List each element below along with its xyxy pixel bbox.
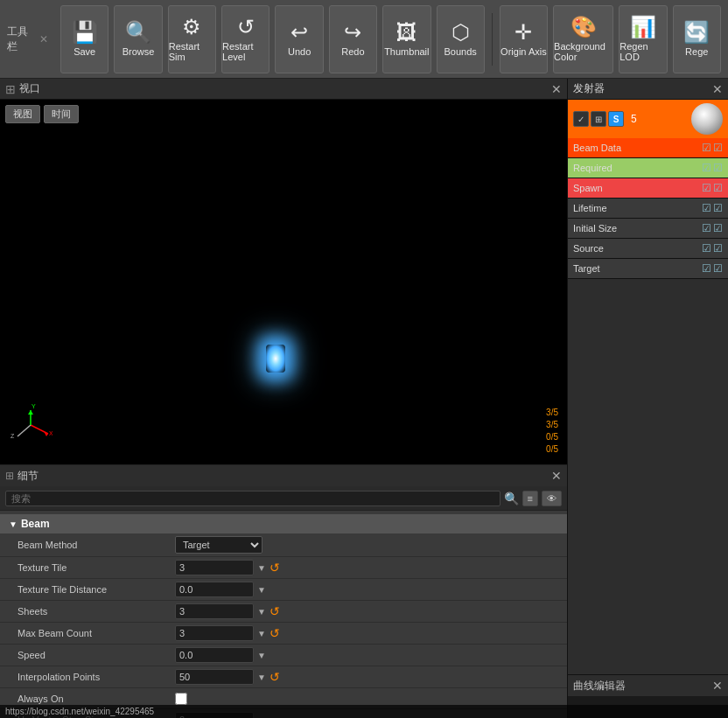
origin-axis-icon: ✛ <box>514 22 532 43</box>
module-initial-size-check1[interactable]: ☑ <box>702 222 711 234</box>
interpolation-points-input[interactable] <box>175 669 254 685</box>
regen-lod-button[interactable]: 📊 Regen LOD <box>619 5 667 73</box>
max-beam-count-arrow-icon: ▼ <box>257 629 266 638</box>
browse-icon: 🔍 <box>125 22 151 43</box>
toolbar-title: 工具栏 <box>7 24 34 54</box>
interpolation-points-reset-button[interactable]: ↺ <box>270 670 280 684</box>
svg-text:Y: Y <box>32 403 36 409</box>
rege-label: Rege <box>685 46 708 57</box>
restart-sim-label: Restart Sim <box>169 41 215 62</box>
curve-editor-close-button[interactable]: ✕ <box>712 679 723 693</box>
browse-button[interactable]: 🔍 Browse <box>114 5 162 73</box>
coord-info: 3/5 3/5 0/5 0/5 <box>546 407 558 456</box>
viewport-title-left: ⊞ 视口 <box>5 81 40 96</box>
module-source-check2[interactable]: ☑ <box>713 242 723 254</box>
module-beam-data-check1[interactable]: ☑ <box>702 142 711 154</box>
undo-button[interactable]: ↩ Undo <box>275 5 323 73</box>
toolbar-close[interactable]: ✕ <box>39 33 48 45</box>
sheets-input[interactable] <box>175 603 254 619</box>
main-area: ⊞ 视口 ✕ 视图 时间 X Y <box>0 79 728 718</box>
max-beam-count-input[interactable] <box>175 625 254 641</box>
view-button[interactable]: 视图 <box>5 105 40 123</box>
left-panel: ⊞ 视口 ✕ 视图 时间 X Y <box>0 79 567 718</box>
beam-section-header[interactable]: ▼ Beam <box>0 514 567 533</box>
rege-button[interactable]: 🔄 Rege <box>673 5 721 73</box>
restart-level-label: Restart Level <box>222 41 269 62</box>
module-required-check1[interactable]: ☑ <box>702 162 711 174</box>
undo-icon: ↩ <box>290 22 308 43</box>
svg-marker-4 <box>28 410 33 415</box>
sheets-reset-button[interactable]: ↺ <box>270 604 280 618</box>
emitter-grid-button[interactable]: ⊞ <box>591 111 606 127</box>
module-lifetime-row[interactable]: Lifetime ☑ ☑ <box>568 199 728 219</box>
module-required-check2[interactable]: ☑ <box>713 162 723 174</box>
module-target-row[interactable]: Target ☑ ☑ <box>568 259 728 279</box>
emitter-checkbox-button[interactable]: ✓ <box>573 111 589 127</box>
emitter-solo-button[interactable]: S <box>608 111 624 127</box>
thumbnail-label: Thumbnail <box>384 46 429 57</box>
module-source-label: Source <box>573 243 604 254</box>
texture-tile-reset-button[interactable]: ↺ <box>270 561 280 575</box>
interpolation-points-arrow-icon: ▼ <box>257 673 266 682</box>
restart-sim-button[interactable]: ⚙ Restart Sim <box>168 5 216 73</box>
max-beam-count-row: Max Beam Count ▼ ↺ <box>0 623 567 645</box>
beam-method-select[interactable]: Target Direct Branch <box>175 536 262 554</box>
texture-tile-arrow-icon: ▼ <box>257 563 266 573</box>
module-target-check1[interactable]: ☑ <box>702 262 711 275</box>
module-initial-size-row[interactable]: Initial Size ☑ ☑ <box>568 219 728 239</box>
viewport-close-button[interactable]: ✕ <box>551 82 562 96</box>
regen-lod-icon: 📊 <box>630 17 656 38</box>
viewport-title: 视口 <box>19 81 40 96</box>
bounds-button[interactable]: ⬡ Bounds <box>437 5 485 73</box>
details-panel: ⊞ 细节 ✕ 🔍 ≡ 👁 ▼ Beam Beam Method <box>0 464 567 718</box>
details-close-button[interactable]: ✕ <box>551 469 562 483</box>
module-spawn-check2[interactable]: ☑ <box>713 182 723 194</box>
viewport[interactable]: 视图 时间 X Y Z 3/5 3/5 0 <box>0 100 567 464</box>
sheets-value: ▼ ↺ <box>175 603 558 619</box>
always-on-value <box>175 693 558 705</box>
bounds-label: Bounds <box>444 46 477 57</box>
save-button[interactable]: 💾 Save <box>60 5 108 73</box>
viewport-container: ⊞ 视口 ✕ 视图 时间 X Y <box>0 79 567 464</box>
thumbnail-button[interactable]: 🖼 Thumbnail <box>382 5 430 73</box>
texture-tile-input[interactable] <box>175 560 254 575</box>
list-view-button[interactable]: ≡ <box>522 491 538 506</box>
filter-button[interactable]: 👁 <box>542 491 562 506</box>
speed-arrow-icon: ▼ <box>257 651 266 660</box>
toolbar: 工具栏 ✕ 💾 Save 🔍 Browse ⚙ Restart Sim ↺ Re… <box>0 0 728 79</box>
coord-3: 0/5 <box>546 431 558 443</box>
module-spawn-check1[interactable]: ☑ <box>702 182 711 194</box>
module-source-check1[interactable]: ☑ <box>702 242 711 254</box>
properties-area: ▼ Beam Beam Method Target Direct Branch <box>0 511 567 718</box>
always-on-checkbox[interactable] <box>175 693 187 705</box>
emitter-close-button[interactable]: ✕ <box>712 82 723 96</box>
background-color-button[interactable]: 🎨 Background Color <box>553 5 613 73</box>
save-label: Save <box>74 46 95 57</box>
module-target-check2[interactable]: ☑ <box>713 262 723 275</box>
search-bar: 🔍 ≡ 👁 <box>0 486 567 511</box>
module-required-row[interactable]: Required ☑ ☑ <box>568 158 728 178</box>
svg-text:Z: Z <box>10 433 15 439</box>
module-initial-size-label: Initial Size <box>573 223 617 234</box>
module-beam-data-check2[interactable]: ☑ <box>713 142 723 154</box>
module-lifetime-check1[interactable]: ☑ <box>702 202 711 214</box>
redo-button[interactable]: ↪ Redo <box>329 5 377 73</box>
module-spawn-row[interactable]: Spawn ☑ ☑ <box>568 178 728 199</box>
module-lifetime-check2[interactable]: ☑ <box>713 202 723 214</box>
search-input[interactable] <box>5 491 500 506</box>
restart-level-button[interactable]: ↺ Restart Level <box>221 5 270 73</box>
origin-axis-button[interactable]: ✛ Origin Axis <box>500 5 548 73</box>
texture-tile-distance-input[interactable] <box>175 582 254 597</box>
module-beam-data-row[interactable]: Beam Data ☑ ☑ <box>568 138 728 158</box>
undo-label: Undo <box>288 46 311 57</box>
beam-section-label: Beam <box>21 518 50 530</box>
module-lifetime-checks: ☑ ☑ <box>702 202 723 214</box>
module-initial-size-check2[interactable]: ☑ <box>713 222 723 234</box>
time-button[interactable]: 时间 <box>44 105 79 123</box>
beam-method-row: Beam Method Target Direct Branch <box>0 533 567 557</box>
save-icon: 💾 <box>72 22 98 43</box>
max-beam-count-reset-button[interactable]: ↺ <box>270 626 280 640</box>
module-source-row[interactable]: Source ☑ ☑ <box>568 239 728 259</box>
speed-input[interactable] <box>175 647 254 663</box>
toolbar-separator <box>492 13 493 66</box>
